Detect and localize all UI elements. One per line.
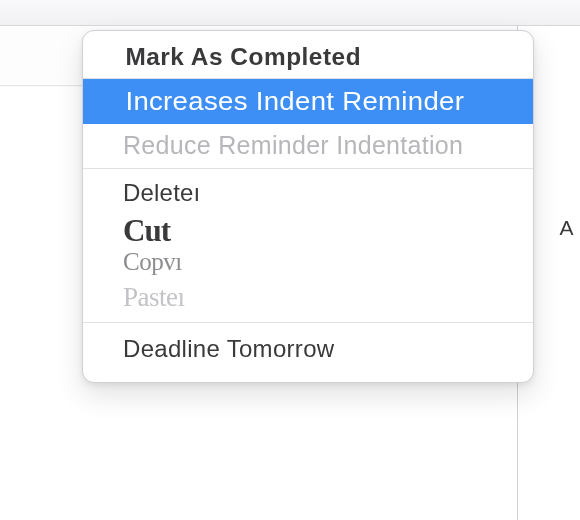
menu-item-increase-indent[interactable]: Increases Indent Reminder bbox=[83, 79, 534, 124]
menu-item-reduce-indent: Reduce Reminder Indentation bbox=[83, 124, 533, 168]
context-menu: Mark As Completed Increases Indent Remin… bbox=[82, 30, 534, 383]
menu-item-delete[interactable]: Deleteı bbox=[83, 169, 533, 214]
menu-item-cut[interactable]: Cut bbox=[83, 214, 533, 248]
menu-item-copy[interactable]: Copvı bbox=[83, 248, 533, 276]
window-toolbar bbox=[0, 0, 580, 26]
menu-item-deadline-tomorrow[interactable]: Deadline Tomorrow bbox=[83, 323, 533, 375]
details-panel-label: A bbox=[559, 216, 574, 240]
menu-item-paste: Pasteı bbox=[83, 276, 533, 323]
menu-item-mark-completed[interactable]: Mark As Completed bbox=[83, 37, 534, 78]
